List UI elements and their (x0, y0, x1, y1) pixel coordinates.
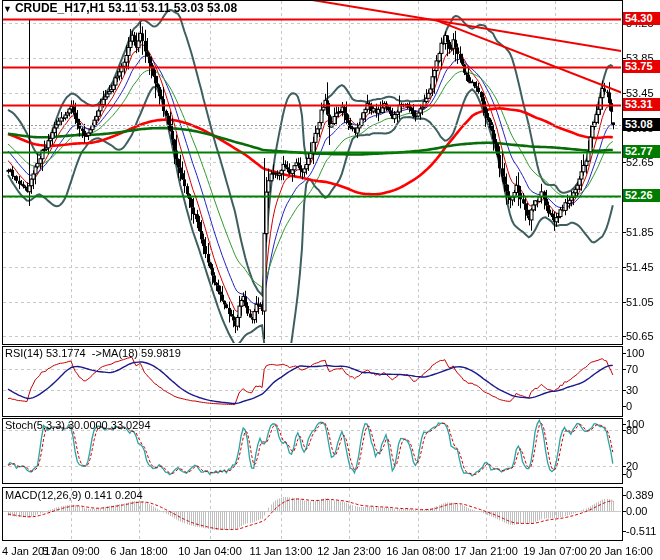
mt4-chart-window: ▼CRUDE_H17,H1 53.11 53.11 53.03 53.08 RS… (0, 0, 660, 560)
chart-canvas[interactable] (0, 0, 660, 560)
